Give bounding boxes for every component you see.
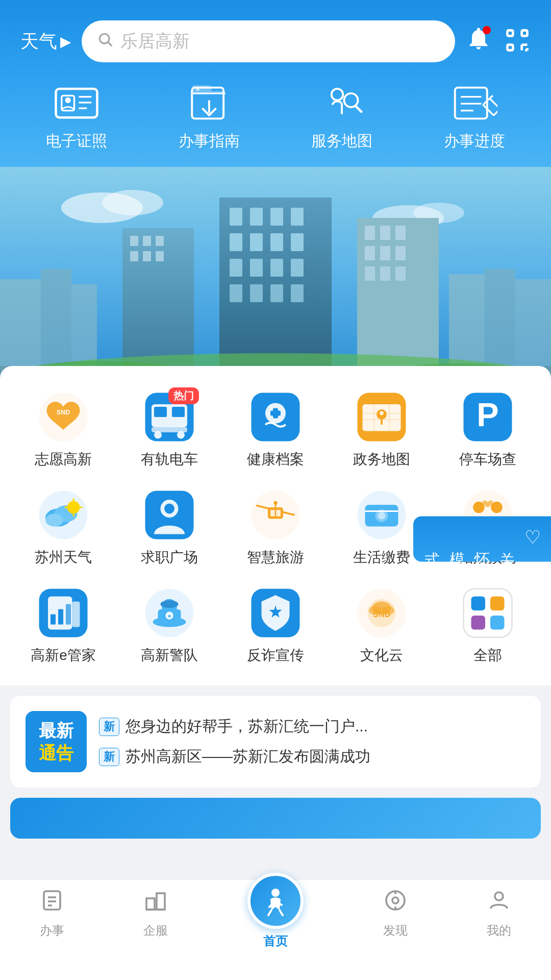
app-item-police[interactable]: 高新警队: [116, 577, 222, 675]
news-badge-line1: 最新: [36, 719, 77, 742]
app-item-culture[interactable]: SND 文化云: [329, 577, 435, 675]
svg-rect-51: [250, 233, 263, 251]
app-label-jobs: 求职广场: [141, 548, 198, 567]
app-item-jobs[interactable]: 求职广场: [116, 479, 222, 577]
svg-rect-3: [522, 31, 528, 36]
news-card: 最新 通告 新您身边的好帮手，苏新汇统一门户...新苏州高新区——苏新汇发布圆满…: [10, 696, 541, 788]
news-text: 苏州高新区——苏新汇发布圆满成功: [126, 746, 370, 767]
nav-service-map[interactable]: 服务地图: [311, 83, 372, 152]
weather-arrow: ▶: [60, 33, 71, 50]
svg-rect-69: [365, 266, 375, 281]
header-icons: [465, 25, 531, 58]
svg-point-122: [378, 512, 386, 520]
svg-rect-50: [230, 233, 242, 251]
nav-item-discover[interactable]: 发现: [383, 888, 408, 965]
app-item-parking[interactable]: P 停车场查: [435, 381, 541, 479]
svg-rect-41: [156, 236, 164, 246]
nav-item-enterprise[interactable]: 企服: [143, 888, 168, 965]
svg-rect-47: [250, 208, 263, 226]
news-item[interactable]: 新苏州高新区——苏新汇发布圆满成功: [99, 746, 525, 767]
scan-button[interactable]: [504, 27, 531, 56]
nav-label-profile: 我的: [487, 922, 511, 939]
nav-progress[interactable]: 办事进度: [444, 83, 505, 152]
app-icon-health: [250, 391, 301, 443]
news-tag: 新: [99, 718, 119, 736]
svg-line-26: [490, 95, 493, 98]
app-icon-govmap: [356, 391, 407, 443]
search-bar[interactable]: 乐居高新: [82, 20, 455, 62]
app-label-antifraud: 反诈宣传: [247, 646, 304, 665]
svg-rect-53: [291, 233, 304, 251]
news-badge-line2: 通告: [36, 742, 77, 764]
svg-rect-42: [130, 251, 138, 261]
app-icon-police: [144, 587, 195, 639]
svg-rect-88: [270, 411, 281, 416]
app-label-volunteer: 志愿高新: [35, 450, 92, 469]
nav-progress-label: 办事进度: [444, 131, 505, 152]
svg-rect-66: [365, 246, 375, 260]
discover-nav-icon: [383, 888, 408, 918]
app-label-health: 健康档案: [247, 450, 304, 469]
svg-rect-44: [156, 251, 164, 261]
weather-button[interactable]: 天气 ▶: [20, 29, 71, 54]
svg-rect-65: [395, 226, 406, 240]
svg-text:P: P: [477, 396, 498, 433]
svg-rect-58: [230, 284, 242, 302]
app-item-tourism[interactable]: 智慧旅游: [222, 479, 329, 577]
promo-banner[interactable]: [10, 798, 541, 839]
nav-item-home[interactable]: 首页: [247, 873, 304, 949]
svg-rect-54: [230, 259, 242, 277]
app-icon-parking: P: [462, 391, 513, 443]
svg-point-17: [196, 88, 199, 91]
nav-label-enterprise: 企服: [143, 922, 168, 939]
svg-rect-130: [51, 615, 56, 625]
svg-rect-151: [471, 616, 486, 630]
svg-point-14: [65, 97, 71, 103]
svg-rect-39: [130, 236, 138, 246]
app-item-weather[interactable]: 苏州天气: [10, 479, 116, 577]
svg-rect-61: [291, 284, 304, 302]
svg-rect-157: [146, 898, 155, 910]
app-icon-manager: [38, 587, 89, 639]
svg-point-111: [164, 504, 174, 514]
svg-rect-80: [154, 407, 167, 417]
nav-id-card[interactable]: 电子证照: [46, 83, 107, 152]
svg-rect-2: [508, 31, 513, 36]
quick-nav: 电子证照 办事指南: [0, 72, 551, 167]
news-badge: 最新 通告: [26, 711, 87, 772]
svg-point-160: [271, 889, 280, 897]
news-item[interactable]: 新您身边的好帮手，苏新汇统一门户...: [99, 716, 525, 737]
svg-rect-49: [291, 208, 304, 226]
svg-rect-149: [471, 597, 486, 611]
svg-rect-46: [230, 208, 242, 226]
svg-rect-152: [490, 616, 505, 630]
news-tag: 新: [99, 748, 119, 766]
home-center-circle: [247, 873, 304, 929]
app-label-manager: 高新e管家: [31, 646, 96, 665]
search-input[interactable]: 乐居高新: [120, 30, 190, 53]
app-label-govmap: 政务地图: [353, 450, 410, 469]
id-card-icon: [51, 83, 102, 124]
nav-item-profile[interactable]: 我的: [487, 888, 511, 965]
app-item-health[interactable]: 健康档案: [222, 381, 329, 479]
app-item-tram[interactable]: 热门有轨电车: [116, 381, 222, 479]
care-mode-button[interactable]: ♡ 关 怀 模 式: [413, 517, 551, 562]
app-label-culture: 文化云: [360, 646, 403, 665]
svg-rect-67: [380, 246, 390, 260]
notification-dot: [483, 26, 491, 34]
app-item-volunteer[interactable]: SND 志愿高新: [10, 381, 116, 479]
enterprise-nav-icon: [143, 888, 168, 918]
nav-guide[interactable]: 办事指南: [179, 83, 240, 152]
nav-service-map-label: 服务地图: [311, 131, 372, 152]
nav-item-tasks[interactable]: 办事: [40, 888, 64, 965]
app-item-manager[interactable]: 高新e管家: [10, 577, 116, 675]
svg-rect-57: [291, 259, 304, 277]
app-item-antifraud[interactable]: 反诈宣传: [222, 577, 329, 675]
notification-button[interactable]: [465, 25, 492, 58]
header: 天气 ▶ 乐居高新: [0, 0, 551, 72]
nav-id-card-label: 电子证照: [46, 131, 107, 152]
app-item-all[interactable]: 全部: [435, 577, 541, 675]
svg-rect-148: [464, 589, 512, 638]
svg-point-84: [177, 431, 185, 439]
app-item-govmap[interactable]: 政务地图: [329, 381, 435, 479]
